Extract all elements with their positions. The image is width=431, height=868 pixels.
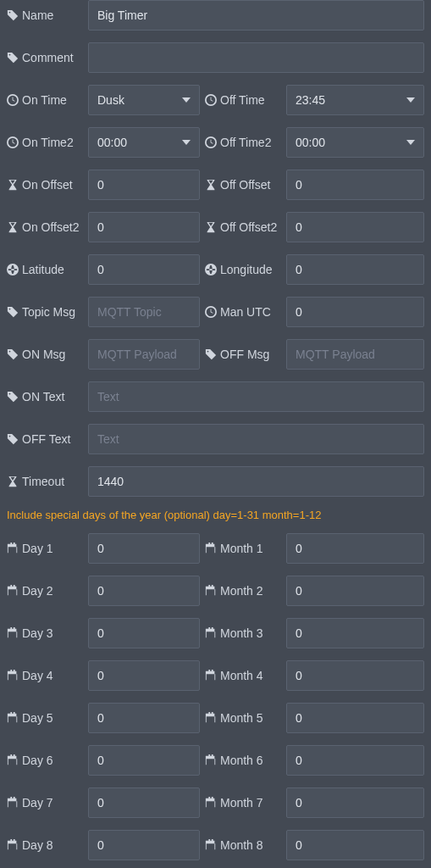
month-2-label: Month 2 bbox=[205, 584, 281, 598]
day-7-label: Day 7 bbox=[7, 796, 83, 810]
off-offset-label-text: Off Offset bbox=[220, 178, 270, 192]
month-6-label-text: Month 6 bbox=[220, 754, 263, 767]
on-text-label: ON Text bbox=[7, 390, 83, 403]
month-1-input[interactable] bbox=[286, 533, 424, 564]
day-6-input[interactable] bbox=[88, 745, 200, 776]
on-offset-input[interactable] bbox=[88, 170, 200, 200]
calendar-icon bbox=[7, 797, 19, 809]
hourglass-icon bbox=[205, 179, 217, 191]
off-time2-select[interactable]: 00:00 bbox=[286, 127, 424, 158]
month-4-input[interactable] bbox=[286, 660, 424, 691]
globe-icon bbox=[205, 264, 217, 275]
on-time-label: On Time bbox=[7, 93, 83, 107]
on-time2-label-text: On Time2 bbox=[22, 136, 74, 149]
month-4-label-text: Month 4 bbox=[220, 669, 263, 682]
latitude-label-text: Latitude bbox=[22, 263, 64, 276]
comment-input[interactable] bbox=[88, 42, 424, 73]
calendar-icon bbox=[205, 542, 217, 554]
on-time2-select[interactable]: 00:00 bbox=[88, 127, 200, 158]
timeout-label: Timeout bbox=[7, 475, 83, 488]
calendar-icon bbox=[7, 839, 19, 851]
on-time-label-text: On Time bbox=[22, 93, 67, 107]
off-time-select[interactable]: 23:45 bbox=[286, 85, 424, 115]
tag-icon bbox=[7, 306, 19, 318]
on-msg-input[interactable] bbox=[88, 339, 200, 370]
calendar-icon bbox=[7, 585, 19, 597]
calendar-icon bbox=[7, 627, 19, 639]
timeout-input[interactable] bbox=[88, 466, 424, 497]
month-5-input[interactable] bbox=[286, 703, 424, 733]
off-offset2-label: Off Offset2 bbox=[205, 220, 281, 234]
man-utc-input[interactable] bbox=[286, 297, 424, 327]
month-1-label-text: Month 1 bbox=[220, 542, 263, 555]
off-offset2-input[interactable] bbox=[286, 212, 424, 242]
day-4-input[interactable] bbox=[88, 660, 200, 691]
man-utc-label-text: Man UTC bbox=[220, 305, 271, 319]
tag-icon bbox=[205, 348, 217, 360]
tag-icon bbox=[7, 433, 19, 445]
latitude-input[interactable] bbox=[88, 254, 200, 285]
month-8-label: Month 8 bbox=[205, 838, 281, 852]
off-offset-label: Off Offset bbox=[205, 178, 281, 192]
on-text-input[interactable] bbox=[88, 381, 424, 412]
day-2-input[interactable] bbox=[88, 576, 200, 606]
month-3-label: Month 3 bbox=[205, 626, 281, 640]
day-2-label: Day 2 bbox=[7, 584, 83, 598]
calendar-icon bbox=[205, 797, 217, 809]
on-offset2-input[interactable] bbox=[88, 212, 200, 242]
day-7-input[interactable] bbox=[88, 787, 200, 818]
calendar-icon bbox=[7, 754, 19, 766]
calendar-icon bbox=[205, 839, 217, 851]
calendar-icon bbox=[7, 542, 19, 554]
calendar-icon bbox=[205, 585, 217, 597]
month-6-label: Month 6 bbox=[205, 754, 281, 767]
off-text-input[interactable] bbox=[88, 424, 424, 454]
name-label-text: Name bbox=[22, 8, 53, 22]
off-text-label: OFF Text bbox=[7, 432, 83, 446]
special-days-note: Include special days of the year (option… bbox=[7, 509, 424, 521]
calendar-icon bbox=[7, 670, 19, 682]
topic-msg-label-text: Topic Msg bbox=[22, 305, 75, 319]
day-1-input[interactable] bbox=[88, 533, 200, 564]
month-8-label-text: Month 8 bbox=[220, 838, 263, 852]
day-5-input[interactable] bbox=[88, 703, 200, 733]
day-3-input[interactable] bbox=[88, 618, 200, 648]
day-2-label-text: Day 2 bbox=[22, 584, 53, 598]
off-msg-input[interactable] bbox=[286, 339, 424, 370]
day-6-label-text: Day 6 bbox=[22, 754, 53, 767]
calendar-icon bbox=[205, 712, 217, 724]
month-3-label-text: Month 3 bbox=[220, 626, 263, 640]
longitude-input[interactable] bbox=[286, 254, 424, 285]
month-7-input[interactable] bbox=[286, 787, 424, 818]
month-8-input[interactable] bbox=[286, 830, 424, 860]
clock-icon bbox=[7, 94, 19, 106]
off-msg-label: OFF Msg bbox=[205, 348, 281, 361]
month-6-input[interactable] bbox=[286, 745, 424, 776]
month-2-input[interactable] bbox=[286, 576, 424, 606]
off-time-label-text: Off Time bbox=[220, 93, 265, 107]
day-4-label: Day 4 bbox=[7, 669, 83, 682]
month-1-label: Month 1 bbox=[205, 542, 281, 555]
day-1-label: Day 1 bbox=[7, 542, 83, 555]
name-input[interactable] bbox=[88, 0, 424, 31]
day-3-label: Day 3 bbox=[7, 626, 83, 640]
month-7-label: Month 7 bbox=[205, 796, 281, 810]
day-1-label-text: Day 1 bbox=[22, 542, 53, 555]
day-5-label-text: Day 5 bbox=[22, 711, 53, 725]
off-offset-input[interactable] bbox=[286, 170, 424, 200]
day-6-label: Day 6 bbox=[7, 754, 83, 767]
longitude-label: Longitude bbox=[205, 263, 281, 276]
hourglass-icon bbox=[205, 221, 217, 233]
month-7-label-text: Month 7 bbox=[220, 796, 263, 810]
month-3-input[interactable] bbox=[286, 618, 424, 648]
on-time-select[interactable]: Dusk bbox=[88, 85, 200, 115]
off-text-label-text: OFF Text bbox=[22, 432, 70, 446]
clock-icon bbox=[205, 306, 217, 318]
day-8-input[interactable] bbox=[88, 830, 200, 860]
on-offset-label: On Offset bbox=[7, 178, 83, 192]
off-time2-label: Off Time2 bbox=[205, 136, 281, 149]
off-time-label: Off Time bbox=[205, 93, 281, 107]
topic-msg-input[interactable] bbox=[88, 297, 200, 327]
calendar-icon bbox=[205, 754, 217, 766]
clock-icon bbox=[205, 136, 217, 148]
